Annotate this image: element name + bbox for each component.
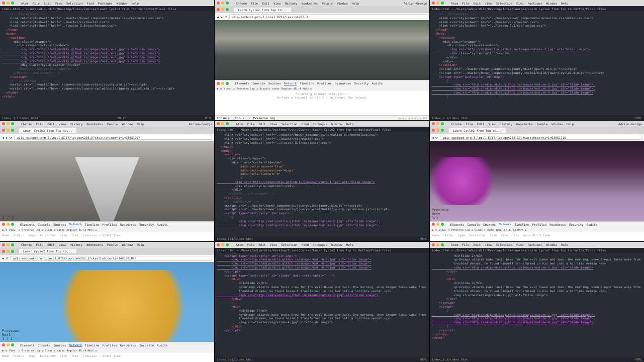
preserve-log-checkbox[interactable]: Preserve log (236, 87, 254, 90)
forward-icon[interactable]: ▶ (221, 15, 223, 19)
menu-item[interactable]: Edit (262, 2, 269, 5)
editor-status-bar: index.3:3/index.htmlHTML (215, 236, 429, 241)
code-line: <!-- JavaScript --> (2, 79, 212, 83)
code-line: </head> (2, 28, 212, 32)
devtools-tab[interactable]: Timeline (300, 81, 314, 85)
chrome-panel-6: ChromeFileEditViewHistoryBookmarksPeople… (430, 121, 644, 241)
code-line: <!-- Stylesheets --> (2, 12, 212, 16)
menu-item[interactable]: Help (352, 2, 359, 5)
throttle-select[interactable]: Regular 4G (4 Mb/s ± (282, 87, 312, 90)
console-source[interactable]: jquery.cycle2.js:488 (397, 117, 427, 120)
code-editor[interactable]: <script type="text/cycle" id="alt-imgs">… (215, 253, 429, 357)
atom-editor-panel-1: Atom File Edit View Selection Find Packa… (0, 0, 214, 120)
code-line: <div class="cycle-slideshow"> (2, 43, 212, 47)
reload-icon[interactable]: ⟳ (225, 15, 227, 19)
menu-item[interactable]: Edit (44, 2, 51, 5)
network-table-header: NameStatusTypeInitiatorSizeTimeTimeline … (430, 232, 644, 241)
record-icon[interactable]: ● (217, 87, 218, 90)
menu-item[interactable]: Window (117, 2, 128, 5)
address-field[interactable]: adis-macbook-pro-3.local:8757/lesson%203… (440, 135, 642, 140)
devtools: ElementsConsoleSourcesNetworkTimelinePro… (0, 221, 214, 241)
address-field[interactable]: adis-macbook-pro-3.local:8757/lesson%203… (229, 14, 427, 19)
menu-item[interactable]: View (55, 2, 62, 5)
editor-title-bar: index.html — /Users/adipurdila/Desktop/T… (0, 6, 214, 11)
next-link[interactable]: Next (2, 333, 11, 337)
menu-item[interactable]: Help (131, 2, 138, 5)
browser-viewport: 2 / 2 (0, 141, 214, 221)
back-icon[interactable]: ◀ (2, 136, 4, 139)
menu-item[interactable]: File (251, 2, 258, 5)
chrome-menubar: Chrome File Edit View History Bookmarks … (215, 0, 429, 6)
code-line: </html> (2, 95, 212, 99)
menu-item[interactable]: Selection (66, 2, 83, 5)
menu-item[interactable]: Bookmarks (302, 2, 318, 5)
code-line: <img src="http://adipurdila.github.io/im… (2, 51, 212, 55)
devtools-tab[interactable]: Elements (235, 81, 249, 85)
menu-item[interactable]: View (273, 2, 281, 5)
console-preserve-checkbox[interactable]: Preserve log (253, 116, 275, 120)
menu-item[interactable]: People (322, 2, 333, 5)
menu-item[interactable]: Chrome (236, 2, 247, 5)
prev-link[interactable]: Previous (432, 208, 449, 212)
reload-icon[interactable]: ⟳ (6, 256, 9, 260)
editor-status-bar: index.3:3/index.htmlHTML (215, 357, 429, 362)
devtools-tab[interactable]: Resources (335, 81, 351, 85)
back-icon[interactable]: ◀ (217, 15, 219, 19)
menu-item[interactable]: File (32, 2, 39, 5)
devtools-tab[interactable]: Security (354, 81, 369, 85)
back-icon[interactable]: ◀ (432, 136, 434, 139)
console-context-select[interactable]: top (235, 116, 240, 120)
devtools-tabs: ElementsConsoleSourcesNetworkTimelinePro… (0, 221, 214, 227)
back-icon[interactable]: ◀ (2, 256, 4, 260)
menu-item[interactable]: Packages (98, 2, 113, 5)
address-field[interactable]: adis-macbook-pro-3.local:8757/lesson%203… (14, 135, 212, 140)
devtools-controls: ●⊘View:☐ Preserve log☑ Disable cacheRegu… (0, 227, 214, 232)
reload-icon[interactable]: ⟳ (435, 136, 438, 139)
devtools-tab-network[interactable]: Network (284, 81, 297, 85)
devtools-body: Recording network activity... Perform a … (215, 91, 429, 115)
forward-icon[interactable]: ▶ (6, 136, 8, 139)
slide-image (0, 262, 214, 342)
disable-cache-checkbox[interactable]: Disable cache (260, 87, 280, 90)
code-line: </section> (2, 75, 212, 79)
menu-item[interactable]: Atom (21, 2, 28, 5)
atom-menubar: AtomFileEditViewSelectionFindPackagesWin… (430, 0, 644, 6)
user-name: Adrian-George (404, 2, 427, 5)
next-link[interactable]: Next (432, 212, 440, 216)
devtools-tab[interactable]: Profiles (317, 81, 332, 85)
code-line: <img src="http://adipurdila.github.io/im… (2, 47, 212, 51)
code-line: <body> (2, 32, 212, 36)
devtools-tab[interactable]: Console (252, 81, 265, 85)
code-editor[interactable]: <!-- Stylesheets --> <link rel="styleshe… (430, 11, 644, 115)
menu-item[interactable]: History (285, 2, 297, 5)
browser-viewport: Previous Next 3/3 (430, 141, 644, 221)
chrome-menubar: ChromeFileEditViewHistoryBookmarksPeople… (0, 242, 214, 248)
code-editor[interactable]: <!-- Stylesheets --> <link rel="styleshe… (0, 11, 214, 115)
code-editor[interactable]: <link rel="stylesheet" href="../master/b… (215, 132, 429, 236)
slide-counter: 3/3 (432, 216, 438, 220)
devtools-tab[interactable]: Sources (268, 81, 281, 85)
code-editor[interactable]: <h3>Slide 2</h3> <p>Grumpy wizards make … (430, 253, 644, 357)
clear-icon[interactable]: ⊘ (220, 87, 222, 90)
address-field[interactable]: adis-macbook-pro-3.local:8757/lesson%203… (11, 256, 213, 261)
menu-item[interactable]: Find (86, 2, 94, 5)
browser-tab-bar: Learn Cycle2 from Top to... (0, 248, 214, 255)
slide-image (430, 141, 644, 221)
code-line: </div><!-- end cycle-slideshow --> (2, 67, 212, 71)
atom-menubar: Atom File Edit View Selection Find Packa… (0, 0, 214, 6)
editor-status-bar: index.3:3/index.htmlHTML (430, 357, 644, 362)
devtools-tabs: ElementsConsoleSourcesNetworkTimelinePro… (0, 342, 214, 348)
devtools-tabs: Elements Console Sources Network Timelin… (215, 80, 429, 86)
reload-icon[interactable]: ⟳ (10, 136, 12, 139)
atom-menubar: AtomFileEditViewSelectionFindPackagesWin… (215, 121, 429, 127)
code-line: <img src="http://adipurdila.github.io/im… (2, 59, 212, 63)
devtools-tab[interactable]: Audits (372, 81, 383, 85)
prev-link[interactable]: Previous (2, 329, 19, 333)
code-line: <link rel="stylesheet" href="../lesson 3… (2, 24, 212, 28)
browser-tab[interactable]: Learn Cycle2 from Top to... (234, 8, 291, 12)
code-line: <img src="http://adipurdila.github.io/im… (2, 55, 212, 59)
browser-tab-bar: Learn Cycle2 from Top to... (215, 6, 429, 13)
menu-item[interactable]: Window (337, 2, 348, 5)
chrome-panel-2: Chrome File Edit View History Bookmarks … (215, 0, 429, 120)
devtools: ElementsConsoleSourcesNetworkTimelinePro… (430, 221, 644, 241)
